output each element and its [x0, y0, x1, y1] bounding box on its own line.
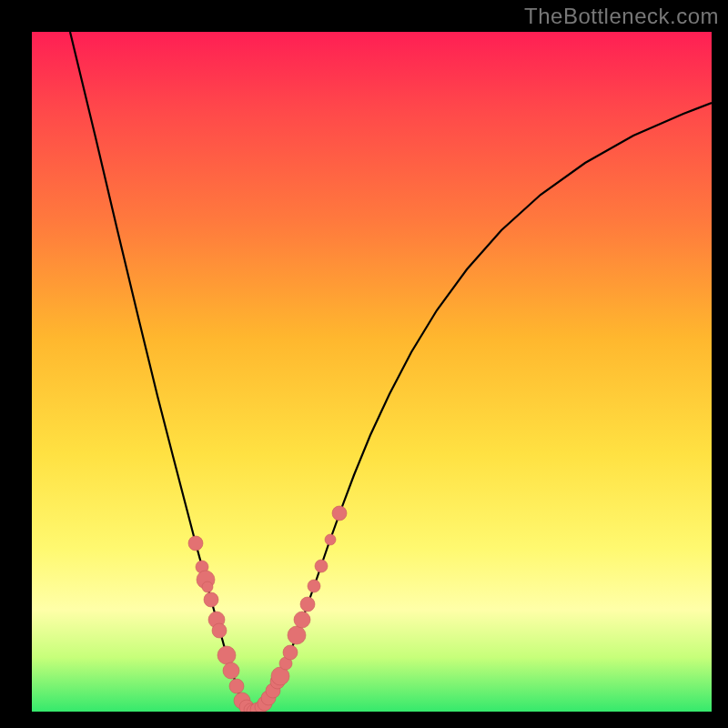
- scatter-dot: [288, 626, 306, 644]
- scatter-dots: [188, 506, 347, 712]
- scatter-dot: [332, 506, 347, 521]
- scatter-dot: [294, 612, 310, 628]
- scatter-dot: [283, 645, 298, 660]
- chart-svg: [32, 32, 712, 712]
- scatter-dot: [204, 592, 218, 607]
- scatter-dot: [202, 581, 213, 592]
- scatter-dot: [229, 679, 244, 693]
- scatter-dot: [308, 580, 320, 592]
- scatter-dot: [315, 560, 328, 572]
- chart-frame: TheBottleneck.com: [0, 0, 728, 728]
- scatter-dot: [325, 534, 336, 545]
- curve-right: [254, 103, 712, 712]
- plot-area: [32, 32, 712, 712]
- watermark-text: TheBottleneck.com: [524, 4, 719, 29]
- scatter-dot: [212, 623, 227, 638]
- curve-left: [70, 32, 254, 712]
- scatter-dot: [300, 597, 315, 612]
- scatter-dot: [188, 536, 203, 551]
- scatter-dot: [223, 662, 239, 679]
- scatter-dot: [217, 646, 236, 664]
